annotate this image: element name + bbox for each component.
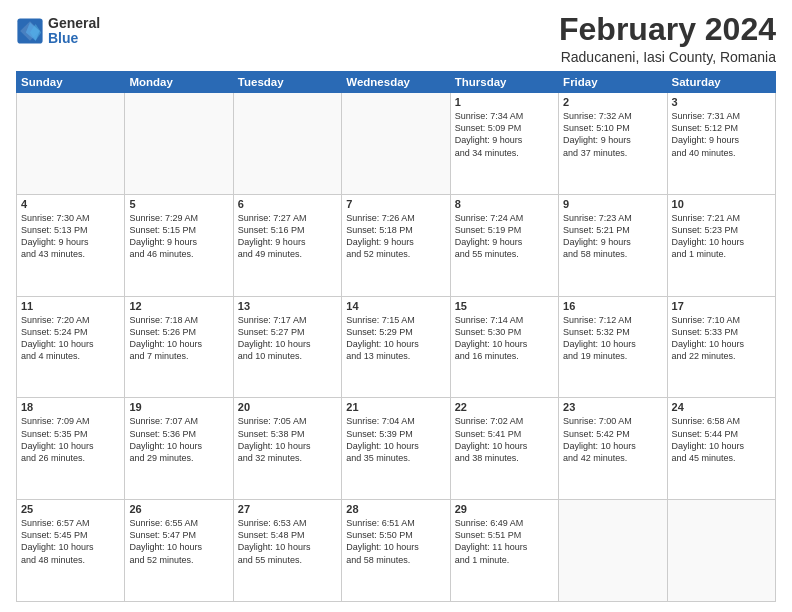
header-monday: Monday: [125, 72, 233, 93]
day-info: Sunrise: 7:30 AMSunset: 5:13 PMDaylight:…: [21, 212, 120, 261]
day-number: 15: [455, 300, 554, 312]
day-info: Sunrise: 6:53 AMSunset: 5:48 PMDaylight:…: [238, 517, 337, 566]
calendar-cell: 28Sunrise: 6:51 AMSunset: 5:50 PMDayligh…: [342, 500, 450, 602]
day-number: 2: [563, 96, 662, 108]
calendar-cell: 14Sunrise: 7:15 AMSunset: 5:29 PMDayligh…: [342, 296, 450, 398]
calendar-cell: 10Sunrise: 7:21 AMSunset: 5:23 PMDayligh…: [667, 194, 775, 296]
calendar-cell: 13Sunrise: 7:17 AMSunset: 5:27 PMDayligh…: [233, 296, 341, 398]
calendar-cell: 8Sunrise: 7:24 AMSunset: 5:19 PMDaylight…: [450, 194, 558, 296]
main-title: February 2024: [559, 12, 776, 47]
day-number: 19: [129, 401, 228, 413]
calendar-cell: 7Sunrise: 7:26 AMSunset: 5:18 PMDaylight…: [342, 194, 450, 296]
calendar-cell: 27Sunrise: 6:53 AMSunset: 5:48 PMDayligh…: [233, 500, 341, 602]
day-info: Sunrise: 7:10 AMSunset: 5:33 PMDaylight:…: [672, 314, 771, 363]
day-number: 7: [346, 198, 445, 210]
day-number: 1: [455, 96, 554, 108]
day-number: 23: [563, 401, 662, 413]
calendar-cell: 26Sunrise: 6:55 AMSunset: 5:47 PMDayligh…: [125, 500, 233, 602]
header-saturday: Saturday: [667, 72, 775, 93]
calendar-cell: 23Sunrise: 7:00 AMSunset: 5:42 PMDayligh…: [559, 398, 667, 500]
day-number: 13: [238, 300, 337, 312]
calendar-cell: 2Sunrise: 7:32 AMSunset: 5:10 PMDaylight…: [559, 93, 667, 195]
logo-general: General: [48, 16, 100, 31]
day-number: 21: [346, 401, 445, 413]
calendar-cell: [667, 500, 775, 602]
logo-icon: [16, 17, 44, 45]
calendar-cell: [233, 93, 341, 195]
day-info: Sunrise: 6:55 AMSunset: 5:47 PMDaylight:…: [129, 517, 228, 566]
day-number: 22: [455, 401, 554, 413]
day-info: Sunrise: 7:00 AMSunset: 5:42 PMDaylight:…: [563, 415, 662, 464]
calendar-cell: 19Sunrise: 7:07 AMSunset: 5:36 PMDayligh…: [125, 398, 233, 500]
day-info: Sunrise: 7:02 AMSunset: 5:41 PMDaylight:…: [455, 415, 554, 464]
calendar-cell: 5Sunrise: 7:29 AMSunset: 5:15 PMDaylight…: [125, 194, 233, 296]
week-row-3: 18Sunrise: 7:09 AMSunset: 5:35 PMDayligh…: [17, 398, 776, 500]
calendar-cell: 15Sunrise: 7:14 AMSunset: 5:30 PMDayligh…: [450, 296, 558, 398]
calendar-cell: [125, 93, 233, 195]
calendar-cell: 11Sunrise: 7:20 AMSunset: 5:24 PMDayligh…: [17, 296, 125, 398]
day-info: Sunrise: 7:23 AMSunset: 5:21 PMDaylight:…: [563, 212, 662, 261]
week-row-2: 11Sunrise: 7:20 AMSunset: 5:24 PMDayligh…: [17, 296, 776, 398]
calendar-cell: 3Sunrise: 7:31 AMSunset: 5:12 PMDaylight…: [667, 93, 775, 195]
day-info: Sunrise: 6:57 AMSunset: 5:45 PMDaylight:…: [21, 517, 120, 566]
calendar-cell: 9Sunrise: 7:23 AMSunset: 5:21 PMDaylight…: [559, 194, 667, 296]
day-number: 14: [346, 300, 445, 312]
day-number: 17: [672, 300, 771, 312]
day-number: 25: [21, 503, 120, 515]
calendar-table: Sunday Monday Tuesday Wednesday Thursday…: [16, 71, 776, 602]
logo-blue: Blue: [48, 31, 100, 46]
day-info: Sunrise: 7:07 AMSunset: 5:36 PMDaylight:…: [129, 415, 228, 464]
week-row-0: 1Sunrise: 7:34 AMSunset: 5:09 PMDaylight…: [17, 93, 776, 195]
day-number: 10: [672, 198, 771, 210]
calendar-cell: 12Sunrise: 7:18 AMSunset: 5:26 PMDayligh…: [125, 296, 233, 398]
title-block: February 2024 Raducaneni, Iasi County, R…: [559, 12, 776, 65]
calendar-cell: 16Sunrise: 7:12 AMSunset: 5:32 PMDayligh…: [559, 296, 667, 398]
calendar-cell: [559, 500, 667, 602]
day-info: Sunrise: 7:09 AMSunset: 5:35 PMDaylight:…: [21, 415, 120, 464]
day-number: 12: [129, 300, 228, 312]
day-number: 9: [563, 198, 662, 210]
day-info: Sunrise: 7:17 AMSunset: 5:27 PMDaylight:…: [238, 314, 337, 363]
day-info: Sunrise: 7:27 AMSunset: 5:16 PMDaylight:…: [238, 212, 337, 261]
calendar-cell: 4Sunrise: 7:30 AMSunset: 5:13 PMDaylight…: [17, 194, 125, 296]
day-info: Sunrise: 7:29 AMSunset: 5:15 PMDaylight:…: [129, 212, 228, 261]
day-number: 28: [346, 503, 445, 515]
calendar-cell: 24Sunrise: 6:58 AMSunset: 5:44 PMDayligh…: [667, 398, 775, 500]
day-number: 6: [238, 198, 337, 210]
day-info: Sunrise: 7:26 AMSunset: 5:18 PMDaylight:…: [346, 212, 445, 261]
calendar-cell: 20Sunrise: 7:05 AMSunset: 5:38 PMDayligh…: [233, 398, 341, 500]
day-number: 20: [238, 401, 337, 413]
day-number: 11: [21, 300, 120, 312]
header-row: Sunday Monday Tuesday Wednesday Thursday…: [17, 72, 776, 93]
calendar-cell: 6Sunrise: 7:27 AMSunset: 5:16 PMDaylight…: [233, 194, 341, 296]
calendar-cell: [342, 93, 450, 195]
day-info: Sunrise: 7:24 AMSunset: 5:19 PMDaylight:…: [455, 212, 554, 261]
week-row-1: 4Sunrise: 7:30 AMSunset: 5:13 PMDaylight…: [17, 194, 776, 296]
day-info: Sunrise: 7:14 AMSunset: 5:30 PMDaylight:…: [455, 314, 554, 363]
day-info: Sunrise: 7:04 AMSunset: 5:39 PMDaylight:…: [346, 415, 445, 464]
subtitle: Raducaneni, Iasi County, Romania: [559, 49, 776, 65]
header-wednesday: Wednesday: [342, 72, 450, 93]
week-row-4: 25Sunrise: 6:57 AMSunset: 5:45 PMDayligh…: [17, 500, 776, 602]
day-info: Sunrise: 7:20 AMSunset: 5:24 PMDaylight:…: [21, 314, 120, 363]
calendar-cell: 21Sunrise: 7:04 AMSunset: 5:39 PMDayligh…: [342, 398, 450, 500]
day-info: Sunrise: 7:18 AMSunset: 5:26 PMDaylight:…: [129, 314, 228, 363]
header-sunday: Sunday: [17, 72, 125, 93]
header-tuesday: Tuesday: [233, 72, 341, 93]
day-info: Sunrise: 7:12 AMSunset: 5:32 PMDaylight:…: [563, 314, 662, 363]
calendar-cell: 1Sunrise: 7:34 AMSunset: 5:09 PMDaylight…: [450, 93, 558, 195]
header: General Blue February 2024 Raducaneni, I…: [16, 12, 776, 65]
day-info: Sunrise: 6:49 AMSunset: 5:51 PMDaylight:…: [455, 517, 554, 566]
day-number: 8: [455, 198, 554, 210]
day-info: Sunrise: 7:34 AMSunset: 5:09 PMDaylight:…: [455, 110, 554, 159]
logo-text: General Blue: [48, 16, 100, 47]
day-number: 26: [129, 503, 228, 515]
calendar-cell: 29Sunrise: 6:49 AMSunset: 5:51 PMDayligh…: [450, 500, 558, 602]
calendar-cell: 25Sunrise: 6:57 AMSunset: 5:45 PMDayligh…: [17, 500, 125, 602]
day-number: 24: [672, 401, 771, 413]
day-info: Sunrise: 7:15 AMSunset: 5:29 PMDaylight:…: [346, 314, 445, 363]
day-info: Sunrise: 7:31 AMSunset: 5:12 PMDaylight:…: [672, 110, 771, 159]
header-friday: Friday: [559, 72, 667, 93]
calendar-cell: 17Sunrise: 7:10 AMSunset: 5:33 PMDayligh…: [667, 296, 775, 398]
page: General Blue February 2024 Raducaneni, I…: [0, 0, 792, 612]
